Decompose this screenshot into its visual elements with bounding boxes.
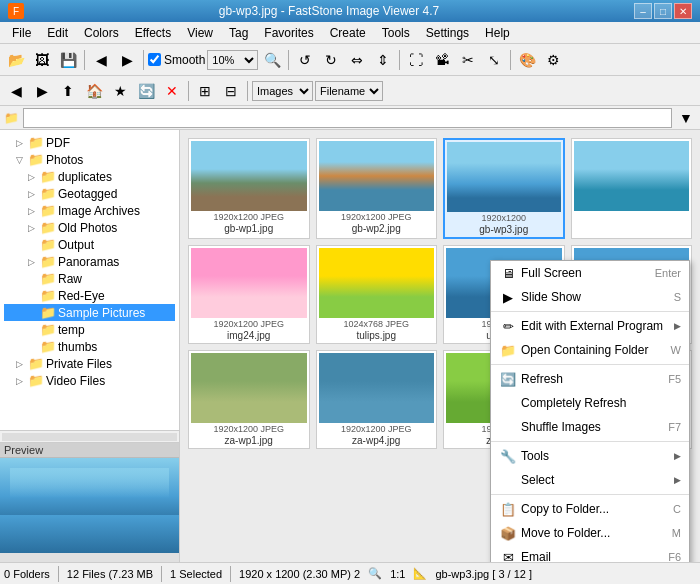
ctx-opencontaining-label: Open Containing Folder [521,343,663,357]
fullscreen-button[interactable]: ⛶ [404,48,428,72]
toolbar2-sep2 [247,81,248,101]
refresh-tb-button[interactable]: 🔄 [134,79,158,103]
prev-button[interactable]: ◀ [89,48,113,72]
tree-label-dup: duplicates [58,170,112,184]
menu-colors[interactable]: Colors [76,24,127,42]
status-icon2: 📐 [413,567,427,580]
toolbar-sep5 [510,50,511,70]
ctx-shuffle-label: Shuffle Images [521,420,660,434]
go-button[interactable]: ▼ [676,108,696,128]
forward-button[interactable]: ▶ [30,79,54,103]
rotate-right-button[interactable]: ↻ [319,48,343,72]
open-button[interactable]: 📂 [4,48,28,72]
ctx-completelyrefresh[interactable]: Completely Refresh [491,391,689,415]
slideshow-button[interactable]: 📽 [430,48,454,72]
delete-tb-button[interactable]: ✕ [160,79,184,103]
thumb-3[interactable] [571,138,693,239]
tree-item-panoramas[interactable]: ▷ 📁 Panoramas [4,253,175,270]
tree-item-photos[interactable]: ▽ 📁 Photos [4,151,175,168]
tree-item-videofiles[interactable]: ▷ 📁 Video Files [4,372,175,389]
tree-item-samplepictures[interactable]: 📁 Sample Pictures [4,304,175,321]
tree-item-oldphotos[interactable]: ▷ 📁 Old Photos [4,219,175,236]
tree-item-duplicates[interactable]: ▷ 📁 duplicates [4,168,175,185]
settings-button[interactable]: ⚙ [541,48,565,72]
menu-favorites[interactable]: Favorites [256,24,321,42]
menu-view[interactable]: View [179,24,221,42]
menu-effects[interactable]: Effects [127,24,179,42]
next-button[interactable]: ▶ [115,48,139,72]
tree-item-thumbs[interactable]: 📁 thumbs [4,338,175,355]
ctx-email[interactable]: ✉ Email F6 [491,545,689,562]
save-button[interactable]: 💾 [56,48,80,72]
resize-button[interactable]: ⤡ [482,48,506,72]
view-small-button[interactable]: ⊟ [219,79,243,103]
address-input[interactable]: G:\Photos\Sample Pictures\ [23,108,672,128]
rotate-left-button[interactable]: ↺ [293,48,317,72]
thumb-4[interactable]: 1920x1200 JPEG img24.jpg [188,245,310,344]
tree-item-raw[interactable]: 📁 Raw [4,270,175,287]
browse-button[interactable]: 🖼 [30,48,54,72]
thumb-9[interactable]: 1920x1200 JPEG za-wp4.jpg [316,350,438,449]
ctx-refresh-label: Refresh [521,372,660,386]
ctx-select[interactable]: Select [491,468,689,492]
thumb-name-0: gb-wp1.jpg [191,223,307,234]
menu-create[interactable]: Create [322,24,374,42]
menu-tools[interactable]: Tools [374,24,418,42]
smooth-checkbox[interactable] [148,53,161,66]
up-button[interactable]: ⬆ [56,79,80,103]
tree-item-pdf[interactable]: ▷ 📁 PDF [4,134,175,151]
ctx-refresh[interactable]: 🔄 Refresh F5 [491,367,689,391]
close-button[interactable]: ✕ [674,3,692,19]
menu-edit[interactable]: Edit [39,24,76,42]
thumb-0[interactable]: 1920x1200 JPEG gb-wp1.jpg [188,138,310,239]
zoom-select[interactable]: 10% 25% 50% 100% [207,50,258,70]
menu-help[interactable]: Help [477,24,518,42]
ctx-slideshow-label: Slide Show [521,290,666,304]
ctx-movetofolder[interactable]: 📦 Move to Folder... M [491,521,689,545]
sort-filter-select[interactable]: Filename Date Size [315,81,383,101]
status-sep3 [230,566,231,582]
menu-settings[interactable]: Settings [418,24,477,42]
ctx-slideshow[interactable]: ▶ Slide Show S [491,285,689,309]
ctx-email-shortcut: F6 [668,551,681,562]
thumb-5[interactable]: 1024x768 JPEG tulips.jpg [316,245,438,344]
toolbar-sep2 [143,50,144,70]
color-button[interactable]: 🎨 [515,48,539,72]
tree-label-op: Old Photos [58,221,117,235]
ctx-slideshow-shortcut: S [674,291,681,303]
tree-item-redeye[interactable]: 📁 Red-Eye [4,287,175,304]
thumb-meta-4: 1920x1200 JPEG [191,319,307,329]
fav-button[interactable]: ★ [108,79,132,103]
menu-file[interactable]: File [4,24,39,42]
ctx-shuffle[interactable]: Shuffle Images F7 [491,415,689,439]
tree-hscroll[interactable] [0,430,179,442]
view-large-button[interactable]: ⊞ [193,79,217,103]
tree-item-privatefiles[interactable]: ▷ 📁 Private Files [4,355,175,372]
ctx-editexternal[interactable]: ✏ Edit with External Program [491,314,689,338]
zoom-slider[interactable]: 🔍 [260,48,284,72]
thumb-2[interactable]: 1920x1200 gb-wp3.jpg [443,138,565,239]
ctx-opencontaining[interactable]: 📁 Open Containing Folder W [491,338,689,362]
thumb-1[interactable]: 1920x1200 JPEG gb-wp2.jpg [316,138,438,239]
expand-icon-pdf: ▷ [16,138,26,148]
ctx-tools[interactable]: 🔧 Tools [491,444,689,468]
menu-tag[interactable]: Tag [221,24,256,42]
tree-item-imagearchives[interactable]: ▷ 📁 Image Archives [4,202,175,219]
ctx-movetofolder-shortcut: M [672,527,681,539]
home-button[interactable]: 🏠 [82,79,106,103]
folder-icon-pf: 📁 [28,356,44,371]
flip-v-button[interactable]: ⇕ [371,48,395,72]
minimize-button[interactable]: – [634,3,652,19]
flip-h-button[interactable]: ⇔ [345,48,369,72]
back-button[interactable]: ◀ [4,79,28,103]
ctx-copytofolder[interactable]: 📋 Copy to Folder... C [491,497,689,521]
tree-item-output[interactable]: 📁 Output [4,236,175,253]
maximize-button[interactable]: □ [654,3,672,19]
crop-button[interactable]: ✂ [456,48,480,72]
ctx-fullscreen[interactable]: 🖥 Full Screen Enter [491,261,689,285]
thumb-8[interactable]: 1920x1200 JPEG za-wp1.jpg [188,350,310,449]
type-filter-select[interactable]: Images All Files [252,81,313,101]
tree-item-temp[interactable]: 📁 temp [4,321,175,338]
tree-item-geotagged[interactable]: ▷ 📁 Geotagged [4,185,175,202]
menubar: File Edit Colors Effects View Tag Favori… [0,22,700,44]
